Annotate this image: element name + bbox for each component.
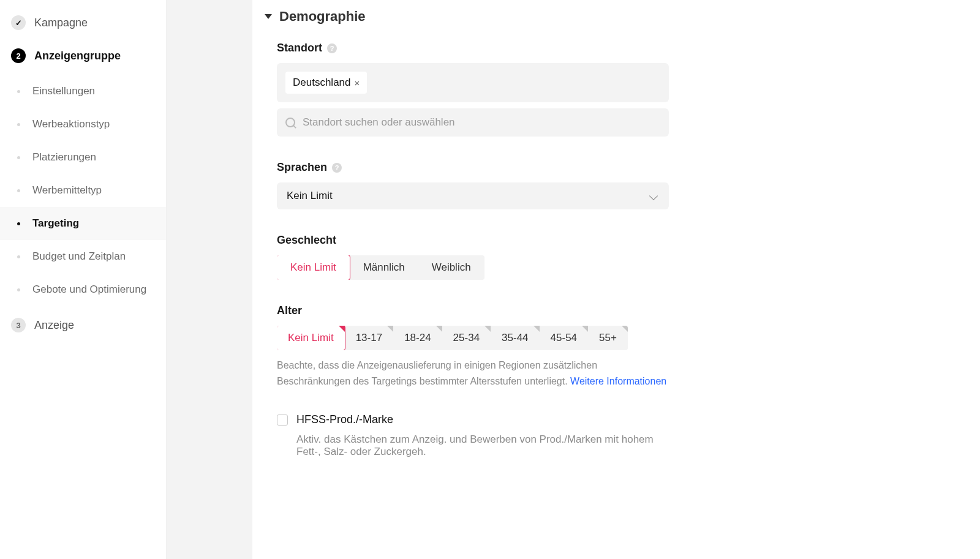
- corner-icon: [387, 326, 393, 332]
- step-anzeige[interactable]: 3 Anzeige: [0, 309, 166, 342]
- step-label: Kampagne: [34, 17, 88, 29]
- substep-targeting[interactable]: Targeting: [0, 207, 166, 240]
- remove-token-icon[interactable]: ×: [355, 78, 360, 88]
- field-standort: Standort ? Deutschland ×: [277, 42, 669, 137]
- select-value: Kein Limit: [287, 190, 333, 202]
- substep-werbeaktionstyp[interactable]: Werbeaktionstyp: [0, 108, 166, 141]
- age-option-25-34[interactable]: 25-34: [442, 326, 491, 350]
- step-number-icon: 2: [11, 48, 26, 63]
- corner-icon: [622, 326, 628, 332]
- dot-icon: [17, 156, 20, 159]
- corner-icon: [582, 326, 588, 332]
- dot-icon: [17, 189, 20, 192]
- substep-label: Platzierungen: [32, 151, 96, 163]
- location-search[interactable]: [277, 108, 669, 137]
- age-option-kein-limit[interactable]: Kein Limit: [277, 326, 345, 350]
- substep-einstellungen[interactable]: Einstellungen: [0, 75, 166, 108]
- label-text: Alter: [277, 304, 302, 317]
- age-option-55[interactable]: 55+: [588, 326, 628, 350]
- step-label: Anzeige: [34, 319, 74, 332]
- label-text: Standort: [277, 42, 322, 54]
- opt-text: 45-54: [551, 332, 577, 343]
- dot-icon: [17, 222, 20, 225]
- section-title: Demographie: [279, 9, 366, 24]
- corner-icon: [484, 326, 491, 332]
- substep-budget-zeitplan[interactable]: Budget und Zeitplan: [0, 240, 166, 273]
- wizard-sidebar: ✓ Kampagne 2 Anzeigengruppe Einstellunge…: [0, 0, 167, 559]
- corner-icon: [533, 326, 540, 332]
- field-geschlecht: Geschlecht Kein Limit Männlich Weiblich: [277, 234, 669, 280]
- label-text: Sprachen: [277, 161, 327, 174]
- hfss-checkbox[interactable]: [277, 415, 288, 426]
- hfss-check-row: HFSS-Prod./-Marke: [277, 413, 669, 426]
- step-number-icon: 3: [11, 318, 26, 332]
- gender-segmented: Kein Limit Männlich Weiblich: [277, 255, 484, 280]
- substeps: Einstellungen Werbeaktionstyp Platzierun…: [0, 72, 166, 309]
- location-token: Deutschland ×: [285, 72, 367, 94]
- substep-label: Einstellungen: [32, 85, 95, 97]
- step-label: Anzeigengruppe: [34, 50, 121, 62]
- age-segmented: Kein Limit 13-17 18-24 25-34 35-44 45-54…: [277, 326, 628, 350]
- hfss-desc: Aktiv. das Kästchen zum Anzeig. und Bewe…: [277, 433, 669, 458]
- more-info-link[interactable]: Weitere Informationen: [570, 376, 666, 386]
- substep-platzierungen[interactable]: Platzierungen: [0, 141, 166, 174]
- substep-label: Werbeaktionstyp: [32, 118, 110, 130]
- substep-gebote-optimierung[interactable]: Gebote und Optimierung: [0, 273, 166, 306]
- age-option-45-54[interactable]: 45-54: [540, 326, 588, 350]
- search-icon: [285, 118, 295, 127]
- help-icon[interactable]: ?: [327, 43, 337, 53]
- opt-text: 55+: [599, 332, 617, 343]
- hint-text: Beachte, dass die Anzeigenauslieferung i…: [277, 360, 597, 386]
- field-label: Standort ?: [277, 42, 669, 54]
- opt-text: Kein Limit: [288, 332, 334, 343]
- substep-werbemitteltyp[interactable]: Werbemitteltyp: [0, 174, 166, 207]
- age-option-18-24[interactable]: 18-24: [393, 326, 442, 350]
- substep-label: Gebote und Optimierung: [32, 283, 146, 296]
- label-text: Geschlecht: [277, 234, 336, 247]
- dot-icon: [17, 255, 20, 258]
- corner-icon: [436, 326, 442, 332]
- gender-option-maennlich[interactable]: Männlich: [350, 255, 418, 280]
- dot-icon: [17, 123, 20, 126]
- location-search-input[interactable]: [301, 116, 660, 129]
- hfss-label: HFSS-Prod./-Marke: [296, 413, 393, 426]
- dot-icon: [17, 90, 20, 93]
- help-icon[interactable]: ?: [332, 163, 342, 173]
- step-kampagne[interactable]: ✓ Kampagne: [0, 6, 166, 39]
- substep-label: Budget und Zeitplan: [32, 250, 126, 263]
- dot-icon: [17, 288, 20, 291]
- opt-text: 13-17: [356, 332, 382, 343]
- step-anzeigengruppe[interactable]: 2 Anzeigengruppe: [0, 39, 166, 72]
- field-sprachen: Sprachen ? Kein Limit: [277, 161, 669, 209]
- age-option-35-44[interactable]: 35-44: [491, 326, 539, 350]
- section-header[interactable]: Demographie: [265, 9, 956, 24]
- chevron-down-icon: [649, 192, 658, 200]
- field-label: Sprachen ?: [277, 161, 669, 174]
- language-select[interactable]: Kein Limit: [277, 182, 669, 209]
- age-option-13-17[interactable]: 13-17: [345, 326, 393, 350]
- field-hfss: HFSS-Prod./-Marke Aktiv. das Kästchen zu…: [277, 413, 669, 458]
- field-label: Geschlecht: [277, 234, 669, 247]
- field-label: Alter: [277, 304, 669, 317]
- gender-option-weiblich[interactable]: Weiblich: [418, 255, 484, 280]
- token-text: Deutschland: [293, 77, 351, 89]
- gender-option-kein-limit[interactable]: Kein Limit: [277, 255, 350, 280]
- age-hint: Beachte, dass die Anzeigenauslieferung i…: [277, 358, 669, 389]
- opt-text: 18-24: [404, 332, 431, 343]
- check-icon: ✓: [11, 15, 26, 30]
- field-alter: Alter Kein Limit 13-17 18-24 25-34 35-44…: [277, 304, 669, 389]
- opt-text: 25-34: [453, 332, 480, 343]
- main-panel: Demographie Standort ? Deutschland × Spr…: [252, 0, 980, 559]
- location-token-box[interactable]: Deutschland ×: [277, 63, 669, 102]
- substep-label: Targeting: [32, 217, 79, 230]
- opt-text: 35-44: [502, 332, 528, 343]
- substep-label: Werbemitteltyp: [32, 184, 102, 197]
- layout-gap: [167, 0, 252, 559]
- caret-down-icon: [265, 14, 272, 19]
- corner-icon: [339, 326, 345, 332]
